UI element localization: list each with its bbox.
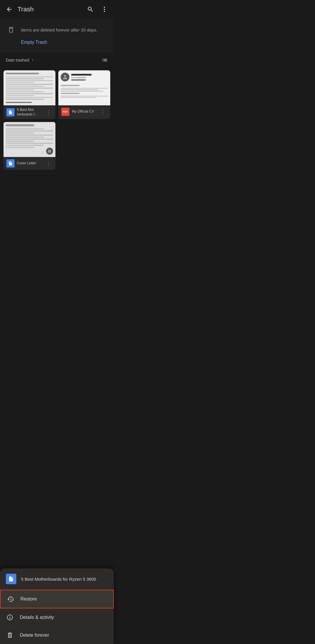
- sort-label[interactable]: Date trashed ↑: [6, 58, 34, 62]
- sheet-file-name: 5 Best Motherboards for Ryzen 5 3600: [21, 577, 96, 582]
- delete-forever-icon: [6, 631, 14, 639]
- info-bar: Items are deleted forever after 30 days.…: [0, 19, 114, 52]
- file-more-button-2[interactable]: ⋮: [99, 108, 107, 116]
- info-icon: [6, 613, 14, 622]
- page-title: Trash: [18, 6, 85, 13]
- bottom-sheet: 5 Best Motherboards for Ryzen 5 3600 Res…: [0, 568, 114, 644]
- file-info-2: PDF My Official CV ⋮: [58, 105, 110, 118]
- file-card-3[interactable]: 21 Cover Letter ⋮: [4, 122, 55, 170]
- more-options-button[interactable]: [99, 4, 110, 15]
- sort-bar: Date trashed ↑: [0, 52, 114, 68]
- file-thumbnail-1: [4, 70, 55, 105]
- doc-type-icon-3: [6, 159, 15, 167]
- svg-point-1: [104, 9, 105, 10]
- file-name-1: 5 Best Mot herboards f...: [17, 108, 42, 117]
- svg-point-2: [104, 11, 105, 12]
- file-thumbnail-2: Irene Okpanachi: [58, 70, 110, 105]
- sheet-file-row: 5 Best Motherboards for Ryzen 5 3600: [0, 568, 114, 590]
- file-info-1: 5 Best Mot herboards f... ⋮: [4, 105, 55, 119]
- file-card-2[interactable]: Irene Okpanachi PDF: [58, 70, 110, 119]
- pdf-type-icon: PDF: [61, 108, 69, 116]
- doc-type-icon: [6, 108, 15, 116]
- sheet-file-icon: [6, 574, 16, 584]
- files-grid: 5 Best Mot herboards f... ⋮ Irene Okpana…: [0, 68, 114, 172]
- file-thumbnail-3: 21: [4, 122, 55, 157]
- delete-forever-label: Delete forever: [20, 633, 49, 638]
- details-menu-item[interactable]: Details & activity: [0, 609, 114, 626]
- back-button[interactable]: [4, 4, 15, 15]
- restore-icon: [6, 595, 15, 603]
- details-label: Details & activity: [20, 615, 54, 620]
- file-info-3: Cover Letter ⋮: [4, 157, 55, 170]
- trash-icon: [6, 25, 16, 35]
- sort-label-text: Date trashed: [6, 58, 29, 62]
- list-view-button[interactable]: [102, 57, 108, 63]
- comment-count-badge: 21: [46, 148, 53, 155]
- sort-direction-icon: ↑: [32, 58, 34, 62]
- file-card-1[interactable]: 5 Best Mot herboards f... ⋮: [4, 70, 55, 119]
- restore-menu-item[interactable]: Restore: [0, 590, 114, 608]
- file-name-2: My Official CV: [72, 109, 97, 114]
- header-actions: [85, 4, 110, 15]
- file-more-button-1[interactable]: ⋮: [44, 108, 52, 116]
- delete-forever-menu-item[interactable]: Delete forever: [0, 626, 114, 644]
- info-row: Items are deleted forever after 30 days.: [6, 25, 108, 35]
- restore-label: Restore: [20, 596, 37, 602]
- info-text: Items are deleted forever after 30 days.: [21, 27, 97, 32]
- svg-point-4: [10, 616, 10, 617]
- app-header: Trash: [0, 0, 114, 19]
- search-button[interactable]: [85, 4, 96, 15]
- svg-point-0: [104, 7, 105, 8]
- file-name-3: Cover Letter: [17, 161, 42, 166]
- empty-trash-button[interactable]: Empty Trash: [21, 39, 108, 46]
- people-icon: [41, 151, 45, 155]
- file-more-button-3[interactable]: ⋮: [44, 159, 52, 167]
- cv-avatar: [61, 73, 69, 81]
